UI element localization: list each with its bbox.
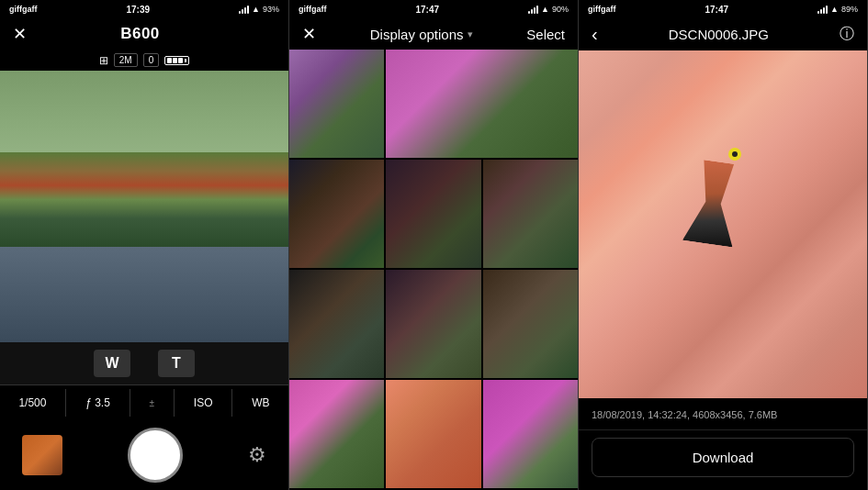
aperture-control[interactable]: ƒ 3.5: [85, 396, 110, 409]
carrier-p2: giffgaff: [299, 5, 327, 14]
display-options-label: Display options: [370, 27, 464, 42]
photo-detail-top-bar: ‹ DSCN0006.JPG ⓘ: [579, 18, 867, 50]
iso-label: ISO: [194, 396, 213, 409]
shutter-speed-control[interactable]: 1/500: [18, 396, 46, 409]
photo-detail-panel: giffgaff 17:47 ▲ 89% ‹ DSCN0006.JPG ⓘ 18…: [579, 0, 868, 490]
battery-indicator-p1: [164, 56, 189, 65]
grid-cell-5[interactable]: [483, 160, 578, 268]
flamingo-eye-pupil: [732, 151, 738, 157]
viewfinder-midground: [0, 152, 288, 248]
ctrl-sep-3: [174, 389, 175, 417]
ctrl-sep-4: [231, 389, 232, 417]
signal-icon-p2: [528, 6, 538, 14]
close-button-p2[interactable]: ✕: [302, 24, 316, 44]
grid-cell-4[interactable]: [386, 160, 480, 268]
photo-meta-text: 18/08/2019, 14:32:24, 4608x3456, 7.6MB: [592, 409, 777, 420]
download-section: Download: [579, 429, 867, 490]
iso-control[interactable]: ISO: [194, 396, 213, 409]
viewfinder-water: [0, 247, 288, 342]
chevron-down-icon: ▾: [468, 28, 473, 40]
wb-control[interactable]: WB: [252, 396, 269, 409]
settings-icon[interactable]: ⚙: [248, 443, 266, 467]
signal-icon-p1: [239, 6, 249, 14]
top-bar-p1: ✕ B600: [0, 18, 288, 50]
photo-grid: [289, 50, 578, 490]
thumbnail-preview[interactable]: [22, 435, 62, 475]
exposure-icon: ±: [150, 398, 155, 408]
select-button[interactable]: Select: [526, 27, 565, 42]
grid-cell-7[interactable]: [386, 270, 480, 378]
flamingo-beak: [682, 159, 744, 248]
camera-viewfinder: [0, 71, 288, 342]
exposure-control[interactable]: ±: [150, 398, 155, 408]
flamingo-eye: [728, 148, 741, 161]
camera-mode-icon: ⊞: [99, 54, 108, 67]
camera-panel: giffgaff 17:39 ▲ 93% ✕ B600 ⊞ 2M 0: [0, 0, 289, 490]
wifi-icon-p1: ▲: [252, 5, 260, 14]
aperture-value: ƒ 3.5: [85, 396, 110, 409]
shutter-inner: [132, 432, 178, 478]
close-button-p1[interactable]: ✕: [13, 24, 27, 44]
grid-cell-10[interactable]: [386, 380, 480, 488]
grid-cell-3[interactable]: [289, 160, 384, 268]
grid-cell-2[interactable]: [386, 50, 578, 158]
signal-icon-p3: [817, 6, 828, 14]
carrier-p1: giffgaff: [9, 5, 38, 14]
camera-bottom-bar: ⚙: [0, 420, 288, 490]
wb-label: WB: [252, 396, 269, 409]
status-bar-p2: giffgaff 17:47 ▲ 90%: [289, 0, 578, 18]
display-options-button[interactable]: Display options ▾: [370, 27, 473, 42]
photo-filename: DSCN0006.JPG: [669, 27, 769, 42]
ctrl-sep-1: [65, 389, 66, 417]
battery-percent-p1: 93%: [263, 5, 279, 14]
tele-zoom-button[interactable]: T: [158, 350, 195, 377]
status-bar-p1: giffgaff 17:39 ▲ 93%: [0, 0, 288, 18]
status-icons-p2: ▲ 90%: [528, 5, 569, 14]
wifi-icon-p3: ▲: [830, 5, 839, 14]
grid-cell-1[interactable]: [289, 50, 384, 158]
gallery-top-bar: ✕ Display options ▾ Select: [289, 18, 578, 50]
wide-zoom-button[interactable]: W: [94, 350, 130, 377]
ctrl-sep-2: [130, 389, 130, 417]
resolution-indicator: 2M: [114, 53, 138, 67]
carrier-p3: giffgaff: [588, 5, 616, 14]
controls-bar: 1/500 ƒ 3.5 ± ISO WB: [0, 384, 288, 420]
shots-indicator: 0: [143, 53, 160, 67]
grid-cell-11[interactable]: [483, 380, 578, 488]
back-button[interactable]: ‹: [592, 24, 598, 45]
grid-cell-8[interactable]: [483, 270, 578, 378]
photo-large-view: [579, 50, 867, 398]
photo-metadata: 18/08/2019, 14:32:24, 4608x3456, 7.6MB: [579, 398, 867, 429]
camera-title: B600: [120, 25, 160, 43]
info-icon[interactable]: ⓘ: [840, 25, 854, 44]
status-icons-p3: ▲ 89%: [817, 5, 858, 14]
camera-info-bar: ⊞ 2M 0: [0, 50, 288, 71]
status-bar-p3: giffgaff 17:47 ▲ 89%: [579, 0, 867, 18]
time-p2: 17:47: [415, 5, 439, 15]
download-button[interactable]: Download: [592, 438, 854, 477]
grid-cell-9[interactable]: [289, 380, 384, 488]
wifi-icon-p2: ▲: [541, 5, 549, 14]
gallery-panel: giffgaff 17:47 ▲ 90% ✕ Display options ▾…: [289, 0, 579, 490]
battery-percent-p2: 90%: [552, 5, 569, 14]
status-icons-p1: ▲ 93%: [239, 5, 279, 14]
time-p3: 17:47: [705, 5, 728, 15]
shutter-speed-value: 1/500: [18, 396, 46, 409]
battery-percent-p3: 89%: [841, 5, 858, 14]
time-p1: 17:39: [126, 5, 150, 15]
zoom-controls: W T: [0, 342, 288, 384]
shutter-button[interactable]: [128, 428, 183, 483]
grid-cell-6[interactable]: [289, 270, 384, 378]
